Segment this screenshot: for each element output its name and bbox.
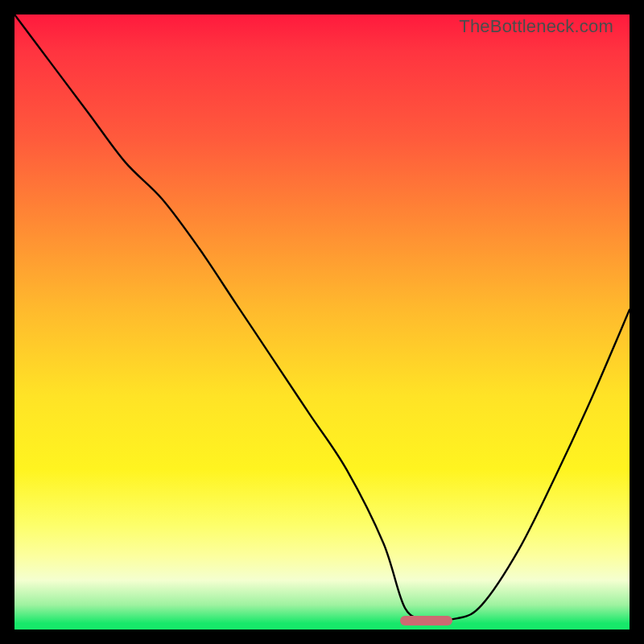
bottleneck-curve [14, 14, 630, 630]
optimal-range-marker [400, 616, 452, 625]
curve-path [14, 14, 630, 620]
plot-area: TheBottleneck.com [14, 14, 630, 630]
chart-frame: TheBottleneck.com [0, 0, 644, 644]
